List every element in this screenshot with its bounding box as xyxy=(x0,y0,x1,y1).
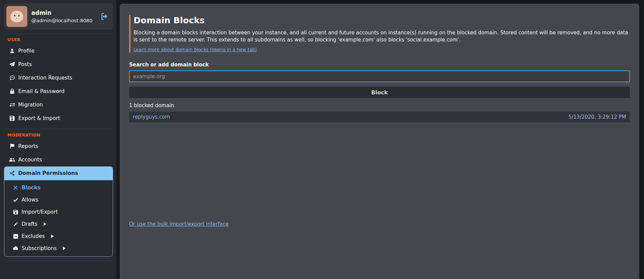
x-icon xyxy=(12,185,19,190)
sign-out-icon[interactable] xyxy=(101,13,110,20)
domain-permissions-submenu: Blocks Allows Import/Export Drafts Exclu… xyxy=(4,180,113,257)
sidebar-divider xyxy=(4,33,113,34)
sidebar-item-label: Allows xyxy=(22,197,38,203)
cloud-download-icon xyxy=(12,246,19,251)
sidebar-item-label: Blocks xyxy=(22,185,41,191)
sidebar-item-profile[interactable]: Profile xyxy=(4,44,113,58)
caret-right-icon xyxy=(62,246,66,250)
save-icon xyxy=(12,210,19,215)
sidebar-item-excludes[interactable]: Excludes xyxy=(4,230,113,242)
caret-right-icon xyxy=(43,222,47,226)
sidebar-item-accounts[interactable]: Accounts xyxy=(4,153,113,166)
block-button[interactable]: Block xyxy=(129,87,630,98)
section-label-moderation: MODERATION xyxy=(7,132,113,137)
bulk-import-export-link[interactable]: Or use the bulk import/export interface xyxy=(129,221,229,227)
sidebar-item-label: Migration xyxy=(18,102,43,108)
sidebar-item-drafts[interactable]: Drafts xyxy=(4,218,113,230)
flag-icon xyxy=(9,144,15,149)
learn-more-link[interactable]: Learn more about domain blocks (opens in… xyxy=(134,47,257,52)
share-nodes-icon xyxy=(9,170,15,176)
lock-icon xyxy=(9,89,15,94)
search-label: Search or add domain block xyxy=(129,62,630,68)
sidebar-item-label: Profile xyxy=(18,48,34,54)
caret-right-icon xyxy=(51,234,54,238)
sidebar-item-label: Interaction Requests xyxy=(18,75,72,81)
sidebar-item-label: Posts xyxy=(18,61,32,67)
exchange-icon xyxy=(9,102,15,107)
sidebar: admin @admin@localhost:8080 USER Profile… xyxy=(0,0,116,279)
comment-dots-icon xyxy=(9,75,15,81)
sidebar-item-label: Reports xyxy=(18,143,38,149)
user-handle: @admin@localhost:8080 xyxy=(31,17,92,24)
user-name: admin xyxy=(31,9,92,17)
sidebar-item-label: Subscriptions xyxy=(22,245,57,251)
sidebar-item-label: Import/Export xyxy=(22,209,58,215)
sidebar-item-posts[interactable]: Posts xyxy=(4,58,113,71)
sidebar-item-allows[interactable]: Allows xyxy=(4,194,113,206)
sidebar-item-domain-permissions[interactable]: Domain Permissions xyxy=(4,166,113,180)
save-icon xyxy=(9,116,15,121)
user-card[interactable]: admin @admin@localhost:8080 xyxy=(4,3,113,30)
sidebar-item-label: Drafts xyxy=(22,221,37,227)
main-panel: Domain Blocks Blocking a domain blocks i… xyxy=(120,4,639,279)
section-label-user: USER xyxy=(7,37,113,42)
sidebar-item-subscriptions[interactable]: Subscriptions xyxy=(4,242,113,254)
blocked-domain-row[interactable]: replyguys.com 5/13/2020, 3:29:12 PM xyxy=(129,112,630,122)
pencil-icon xyxy=(12,222,19,227)
page-description: Blocking a domain blocks interaction bet… xyxy=(134,29,630,43)
check-icon xyxy=(12,198,19,202)
user-icon xyxy=(9,48,15,54)
blocked-domain-date: 5/13/2020, 3:29:12 PM xyxy=(568,114,626,120)
sidebar-item-label: Email & Password xyxy=(18,88,64,94)
users-icon xyxy=(9,157,15,162)
sidebar-item-interaction-requests[interactable]: Interaction Requests xyxy=(4,71,113,85)
sidebar-item-import-export[interactable]: Import/Export xyxy=(4,206,113,218)
sidebar-item-label: Export & Import xyxy=(18,115,60,121)
sidebar-item-blocks[interactable]: Blocks xyxy=(4,182,113,194)
app-root: admin @admin@localhost:8080 USER Profile… xyxy=(0,0,644,279)
sidebar-item-export-import[interactable]: Export & Import xyxy=(4,112,113,125)
sidebar-item-label: Domain Permissions xyxy=(18,170,78,176)
user-info: admin @admin@localhost:8080 xyxy=(31,9,92,24)
avatar xyxy=(6,6,27,27)
sidebar-item-migration[interactable]: Migration xyxy=(4,98,113,112)
domain-search-input[interactable] xyxy=(129,70,630,82)
sidebar-item-label: Excludes xyxy=(22,233,45,239)
page-header: Domain Blocks Blocking a domain blocks i… xyxy=(129,15,630,53)
blocked-domain-count: 1 blocked domain xyxy=(129,102,630,108)
page-title: Domain Blocks xyxy=(134,15,630,25)
sidebar-item-reports[interactable]: Reports xyxy=(4,140,113,153)
blocked-domain-link[interactable]: replyguys.com xyxy=(133,114,170,120)
paper-plane-icon xyxy=(9,62,15,67)
sidebar-item-label: Accounts xyxy=(18,157,42,163)
minus-square-icon xyxy=(12,234,19,239)
sidebar-item-email-password[interactable]: Email & Password xyxy=(4,85,113,98)
sidebar-divider xyxy=(4,260,113,261)
sidebar-divider xyxy=(4,129,113,129)
